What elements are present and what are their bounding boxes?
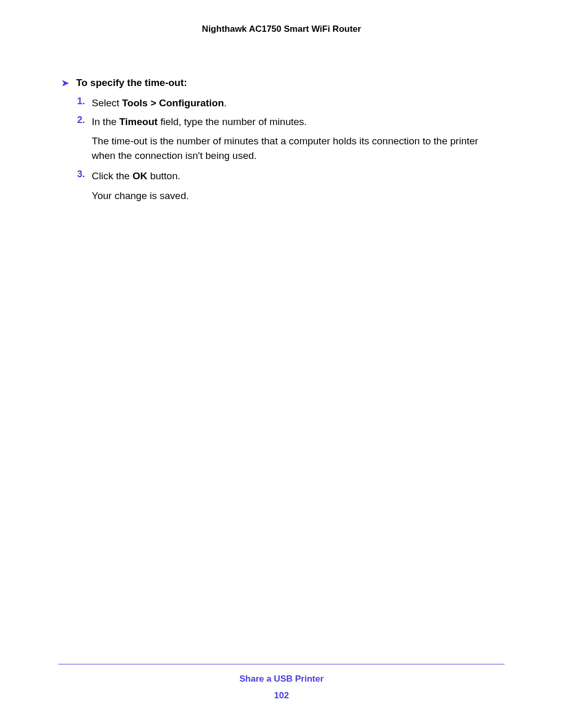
step-prefix: Select bbox=[92, 97, 122, 108]
section-arrow-icon: ➤ bbox=[62, 78, 69, 89]
section-heading-text: To specify the time-out: bbox=[76, 77, 187, 89]
step-description: Your change is saved. bbox=[92, 189, 505, 203]
steps-list: 1. Select Tools > Configuration. 2. In t… bbox=[77, 96, 505, 205]
footer-section-title: Share a USB Printer bbox=[58, 674, 505, 684]
step-number: 2. bbox=[77, 115, 92, 165]
step-item-2: 2. In the Timeout field, type the number… bbox=[77, 115, 505, 165]
document-page: Nighthawk AC1750 Smart WiFi Router ➤ To … bbox=[0, 0, 563, 728]
step-description: The time-out is the number of minutes th… bbox=[92, 134, 505, 163]
step-suffix: . bbox=[224, 97, 227, 108]
step-bold: Timeout bbox=[119, 116, 158, 127]
step-prefix: In the bbox=[92, 116, 119, 127]
step-content: Click the OK button. Your change is save… bbox=[92, 169, 505, 205]
step-suffix: button. bbox=[148, 170, 180, 181]
step-content: Select Tools > Configuration. bbox=[92, 96, 505, 110]
step-content: In the Timeout field, type the number of… bbox=[92, 115, 505, 165]
footer-divider bbox=[58, 664, 505, 664]
step-item-1: 1. Select Tools > Configuration. bbox=[77, 96, 505, 110]
step-suffix: field, type the number of minutes. bbox=[157, 116, 307, 127]
step-item-3: 3. Click the OK button. Your change is s… bbox=[77, 169, 505, 205]
footer-page-number: 102 bbox=[58, 690, 505, 701]
step-text: Select Tools > Configuration. bbox=[92, 97, 227, 108]
step-bold: Tools > Configuration bbox=[122, 97, 224, 108]
page-footer: Share a USB Printer 102 bbox=[58, 664, 505, 701]
page-header-title: Nighthawk AC1750 Smart WiFi Router bbox=[58, 24, 505, 34]
step-bold: OK bbox=[132, 170, 148, 181]
step-number: 3. bbox=[77, 169, 92, 205]
step-text: In the Timeout field, type the number of… bbox=[92, 116, 307, 127]
step-number: 1. bbox=[77, 96, 92, 110]
section-heading: ➤ To specify the time-out: bbox=[62, 77, 505, 89]
step-text: Click the OK button. bbox=[92, 170, 180, 181]
step-prefix: Click the bbox=[92, 170, 132, 181]
